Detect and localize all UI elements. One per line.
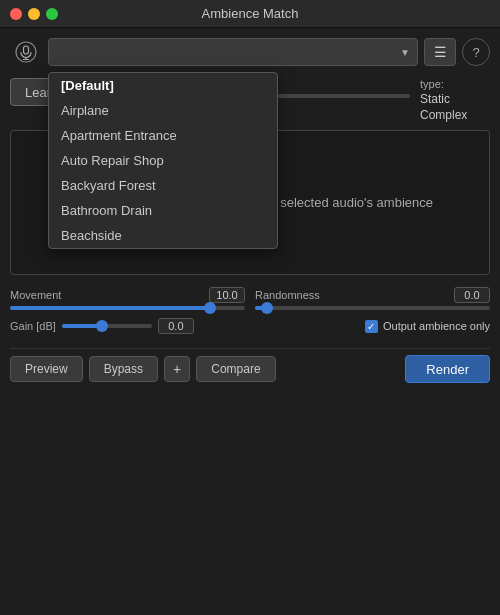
type-section: type: Static Complex bbox=[420, 78, 490, 122]
type-static: Static bbox=[420, 92, 450, 106]
bypass-button[interactable]: Bypass bbox=[89, 356, 158, 382]
gain-group: Gain [dB] 0.0 bbox=[10, 318, 194, 334]
movement-group: Movement 10.0 bbox=[10, 287, 245, 310]
gain-slider-track[interactable] bbox=[62, 324, 152, 328]
maximize-button[interactable] bbox=[46, 8, 58, 20]
movement-slider-fill bbox=[10, 306, 210, 310]
mic-icon bbox=[10, 36, 42, 68]
checkmark-icon: ✓ bbox=[367, 321, 375, 332]
help-button[interactable]: ? bbox=[462, 38, 490, 66]
bottom-controls: Movement 10.0 Randomness 0.0 bbox=[10, 287, 490, 334]
movement-slider-track[interactable] bbox=[10, 306, 245, 310]
close-button[interactable] bbox=[10, 8, 22, 20]
randomness-header: Randomness 0.0 bbox=[255, 287, 490, 303]
movement-value[interactable]: 10.0 bbox=[209, 287, 245, 303]
gain-output-row: Gain [dB] 0.0 ✓ Output ambience only bbox=[10, 318, 490, 334]
preset-dropdown[interactable] bbox=[48, 38, 418, 66]
app-title: Ambience Match bbox=[202, 6, 299, 21]
movement-label: Movement bbox=[10, 289, 61, 301]
preview-button[interactable]: Preview bbox=[10, 356, 83, 382]
minimize-button[interactable] bbox=[28, 8, 40, 20]
output-ambience-checkbox[interactable]: ✓ bbox=[365, 320, 378, 333]
randomness-label: Randomness bbox=[255, 289, 320, 301]
randomness-slider-track[interactable] bbox=[255, 306, 490, 310]
list-item-beachside[interactable]: Beachside bbox=[49, 223, 277, 248]
gain-label: Gain [dB] bbox=[10, 320, 56, 332]
hamburger-icon: ☰ bbox=[434, 44, 447, 60]
menu-button[interactable]: ☰ bbox=[424, 38, 456, 66]
gain-slider-thumb[interactable] bbox=[96, 320, 108, 332]
movement-slider-thumb[interactable] bbox=[204, 302, 216, 314]
output-ambience-label: Output ambience only bbox=[383, 320, 490, 332]
movement-randomness-row: Movement 10.0 Randomness 0.0 bbox=[10, 287, 490, 310]
dropdown-list[interactable]: [Default] Airplane Apartment Entrance Au… bbox=[49, 73, 277, 248]
output-ambience-group: ✓ Output ambience only bbox=[365, 320, 490, 333]
type-complex: Complex bbox=[420, 108, 467, 122]
top-row: ▼ ☰ ? [Default] Airplane Apartment Entra… bbox=[10, 36, 490, 68]
list-item-apartment-entrance[interactable]: Apartment Entrance bbox=[49, 123, 277, 148]
svg-rect-1 bbox=[24, 46, 29, 54]
title-bar: Ambience Match bbox=[0, 0, 500, 28]
preset-dropdown-wrapper: ▼ bbox=[48, 38, 418, 66]
randomness-group: Randomness 0.0 bbox=[255, 287, 490, 310]
dropdown-popup: [Default] Airplane Apartment Entrance Au… bbox=[48, 72, 278, 249]
type-label: type: bbox=[420, 78, 444, 90]
compare-button[interactable]: Compare bbox=[196, 356, 275, 382]
gain-value[interactable]: 0.0 bbox=[158, 318, 194, 334]
randomness-slider-thumb[interactable] bbox=[261, 302, 273, 314]
footer: Preview Bypass + Compare Render bbox=[10, 348, 490, 387]
movement-header: Movement 10.0 bbox=[10, 287, 245, 303]
main-content: ▼ ☰ ? [Default] Airplane Apartment Entra… bbox=[0, 28, 500, 395]
list-item-airplane[interactable]: Airplane bbox=[49, 98, 277, 123]
list-item-auto-repair-shop[interactable]: Auto Repair Shop bbox=[49, 148, 277, 173]
render-button[interactable]: Render bbox=[405, 355, 490, 383]
list-item-default[interactable]: [Default] bbox=[49, 73, 277, 98]
randomness-value[interactable]: 0.0 bbox=[454, 287, 490, 303]
list-item-bathroom-drain[interactable]: Bathroom Drain bbox=[49, 198, 277, 223]
help-icon: ? bbox=[472, 45, 479, 60]
plus-button[interactable]: + bbox=[164, 356, 190, 382]
list-item-backyard-forest[interactable]: Backyard Forest bbox=[49, 173, 277, 198]
window-controls bbox=[10, 8, 58, 20]
